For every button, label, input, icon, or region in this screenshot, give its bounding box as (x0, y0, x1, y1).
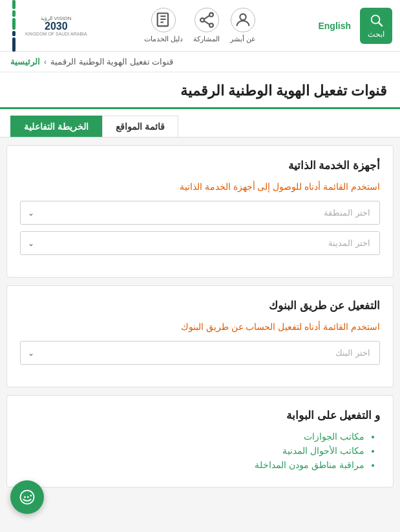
nav-about[interactable]: عن أبشر (230, 8, 256, 43)
header: ابحث English عن أبشر (0, 0, 400, 52)
tab-interactive-map[interactable]: الخريطة التفاعلية (10, 116, 102, 137)
self-service-subtitle: استخدم القائمة أدناه للوصول إلى أجهزة ال… (20, 181, 380, 192)
portal-list: مكاتب الجوازات مكاتب الأحوال المدنية مرا… (20, 431, 380, 470)
chat-bubble[interactable] (10, 480, 44, 514)
search-icon (369, 13, 383, 27)
page-title: قنوات تفعيل الهوية الوطنية الرقمية (13, 83, 387, 99)
svg-point-5 (209, 23, 213, 27)
header-center: عن أبشر المشاركة (144, 8, 256, 43)
city-select[interactable]: اختر المدينة (20, 231, 380, 255)
region-select-wrapper: اختر المنطقة ⌄ (20, 201, 380, 225)
self-service-title: أجهزة الخدمة الذاتية (20, 159, 380, 172)
city-select-wrapper: اختر المدينة ⌄ (20, 231, 380, 255)
nav-services[interactable]: دليل الخدمات (144, 8, 183, 43)
svg-point-2 (240, 14, 246, 20)
page-title-section: قنوات تفعيل الهوية الوطنية الرقمية (0, 72, 400, 109)
header-left: VISION الرؤية 2030 KINGDOM OF SAUDI ARAB… (8, 0, 87, 56)
svg-point-15 (30, 495, 32, 496)
svg-line-7 (204, 21, 209, 24)
vision-2030: 2030 (45, 21, 68, 32)
svg-point-3 (209, 13, 213, 17)
svg-line-6 (204, 15, 209, 19)
vision-logo: VISION الرؤية 2030 KINGDOM OF SAUDI ARAB… (25, 15, 87, 36)
header-right: ابحث English (313, 8, 392, 44)
tab-locations-list[interactable]: قائمة المواقع (102, 116, 178, 137)
main-content: أجهزة الخدمة الذاتية استخدم القائمة أدنا… (0, 139, 400, 494)
nav-share[interactable]: المشاركة (193, 8, 220, 43)
nav-share-label: المشاركة (193, 35, 220, 43)
region-select[interactable]: اختر المنطقة (20, 201, 380, 225)
svg-line-1 (379, 23, 382, 26)
portal-title: و التفعيل على البوابة (20, 409, 380, 422)
banks-section: التفعيل عن طريق البنوك استخدم القائمة أد… (6, 285, 394, 387)
search-button[interactable]: ابحث (360, 8, 392, 44)
bank-select-wrapper: اختر البنك ⌄ (20, 341, 380, 365)
share-icon (195, 8, 219, 32)
nav-services-label: دليل الخدمات (144, 35, 183, 43)
person-icon (231, 8, 255, 32)
svg-point-14 (27, 496, 29, 498)
vision-line2: KINGDOM OF SAUDI ARABIA (25, 32, 87, 36)
search-label: ابحث (368, 30, 384, 39)
svg-point-13 (24, 496, 26, 498)
nav-about-label: عن أبشر (230, 35, 256, 43)
breadcrumb-home[interactable]: الرئيسية (10, 57, 40, 66)
portal-section: و التفعيل على البوابة مكاتب الجوازات مكا… (6, 395, 394, 487)
bank-select[interactable]: اختر البنك (20, 341, 380, 365)
list-item-passports: مكاتب الجوازات (20, 431, 364, 442)
english-link[interactable]: English (318, 21, 351, 31)
tabs-container: قائمة المواقع الخريطة التفاعلية (0, 109, 400, 138)
list-item-civil: مكاتب الأحوال المدنية (20, 445, 364, 456)
chart-bars-icon[interactable] (8, 0, 20, 56)
banks-title: التفعيل عن طريق البنوك (20, 299, 380, 312)
breadcrumb-separator: › (44, 57, 47, 66)
list-item-regions: مراقبة مناطق مودن المداخلة (20, 460, 364, 470)
book-icon (151, 8, 176, 32)
banks-subtitle: استخدم القائمة أدناه لتفعيل الحساب عن طر… (20, 322, 380, 332)
self-service-section: أجهزة الخدمة الذاتية استخدم القائمة أدنا… (6, 145, 394, 278)
chat-icon (18, 488, 36, 506)
svg-point-4 (200, 18, 204, 22)
breadcrumb-current: قنوات تفعيل الهوية الوطنية الرقمية (50, 57, 173, 66)
